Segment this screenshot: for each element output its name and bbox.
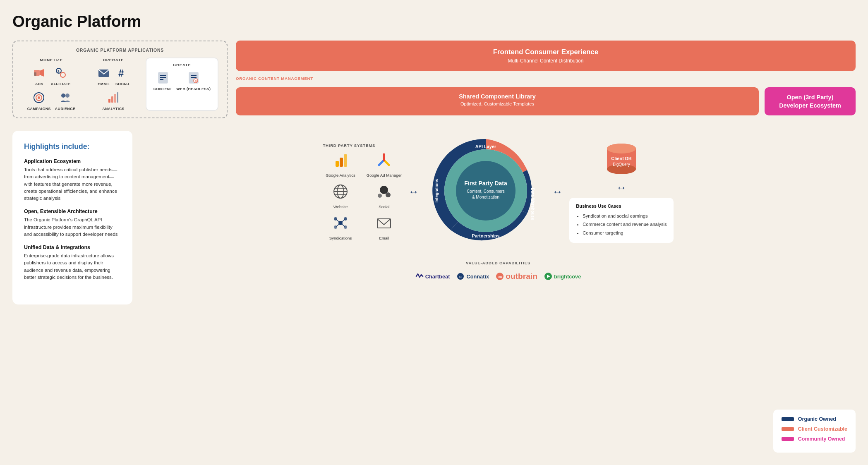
svg-line-48 (336, 223, 340, 227)
content-icon (156, 70, 170, 85)
email-icon (96, 65, 111, 80)
monetize-label: MONETIZE (22, 58, 81, 62)
svg-rect-17 (117, 92, 118, 103)
analytics-label: ANALYTICS (102, 107, 125, 111)
shared-component-box: Shared Component Library Optimized, Cust… (236, 87, 759, 115)
svg-line-30 (379, 160, 384, 165)
svg-marker-1 (40, 69, 44, 77)
highlight-unified-data-title: Unified Data & Integrations (24, 244, 121, 250)
outbrain-logo: OB outbrain (496, 272, 537, 281)
create-group: CREATE CONTENT (146, 58, 218, 111)
svg-text:Partnerships: Partnerships (472, 233, 499, 238)
frontend-box: Frontend Consumer Experience Multi-Chann… (236, 41, 856, 71)
diagram-main-row: THIRD PARTY SYSTEMS Google Analytics (323, 131, 673, 252)
brightcove-logo: brightcove (544, 272, 581, 280)
business-case-item-3: Consumer targeting (583, 229, 667, 237)
shared-row: Shared Component Library Optimized, Cust… (236, 87, 856, 115)
svg-line-5 (60, 72, 61, 73)
shared-component-title: Shared Component Library (244, 93, 751, 100)
developer-ecosystem-text: Open (3rd Party) Developer Ecosystem (773, 93, 847, 110)
frontend-title: Frontend Consumer Experience (246, 48, 846, 56)
google-ad-manager-label: Google Ad Manager (367, 173, 402, 177)
app-groups: MONETIZE ADS (22, 58, 218, 111)
value-added-label: VALUE-ADDED CAPABILITIES (466, 261, 530, 265)
monetize-group: MONETIZE ADS (22, 58, 81, 111)
monetize-icons: ADS $ AFFILIATE (22, 65, 81, 111)
shared-component-subtitle: Optimized, Customizable Templates (244, 101, 751, 106)
svg-text:Integrations: Integrations (434, 179, 439, 203)
svg-rect-15 (111, 96, 113, 103)
developer-ecosystem-box: Open (3rd Party) Developer Ecosystem (765, 87, 856, 115)
value-added-section: VALUE-ADDED CAPABILITIES Chartbeat C Con… (415, 261, 581, 281)
frontend-subtitle: Multi-Channel Content Distribution (246, 58, 846, 64)
right-arrow: ↔ (552, 186, 563, 198)
email-tp-label: Email (379, 236, 389, 240)
highlight-app-ecosystem-title: Application Ecosystem (24, 158, 121, 164)
svg-rect-28 (340, 158, 343, 167)
create-label: CREATE (152, 62, 212, 67)
highlight-app-ecosystem: Application Ecosystem Tools that address… (24, 158, 121, 202)
ads-icon-item: ADS (32, 65, 47, 86)
svg-point-40 (378, 194, 382, 198)
outbrain-text: outbrain (506, 272, 537, 281)
svg-text:#: # (118, 67, 124, 79)
email-tp-icon (376, 215, 392, 234)
website-icon-item: Website (323, 183, 358, 209)
campaigns-icon-item: CAMPAIGNS (27, 90, 51, 111)
email-label: EMAIL (98, 82, 110, 86)
web-icon: ⚙ (186, 70, 201, 85)
audience-icon-item: AUDIENCE (55, 90, 75, 111)
top-section: ORGANIC PLATFORM APPLICATIONS MONETIZE (12, 41, 856, 118)
db-and-cases: Client DB BigQuery ↔ Business Use Cases … (569, 140, 673, 242)
svg-point-64 (607, 144, 636, 153)
svg-text:API Layer: API Layer (475, 144, 496, 149)
create-icons: CONTENT ⚙ WEB (HEADLESS) (152, 70, 212, 91)
ads-label: ADS (35, 82, 43, 86)
svg-rect-29 (344, 154, 347, 167)
highlights-card: Highlights include: Application Ecosyste… (12, 131, 132, 304)
svg-line-49 (340, 223, 345, 227)
third-party-label: THIRD PARTY SYSTEMS (323, 143, 402, 148)
svg-text:⚙: ⚙ (194, 79, 197, 82)
value-added-logos: Chartbeat C Connatix OB outbrain (415, 272, 581, 281)
audience-icon (58, 90, 73, 105)
applications-box: ORGANIC PLATFORM APPLICATIONS MONETIZE (12, 41, 228, 118)
svg-text:Data Warehouse: Data Warehouse (530, 188, 535, 220)
third-party-icons: Google Analytics Google Ad Manager (323, 152, 402, 240)
svg-text:Client DB: Client DB (611, 156, 632, 161)
affiliate-icon-item: $ AFFILIATE (51, 65, 71, 86)
connatix-logo: C Connatix (456, 272, 489, 280)
svg-rect-16 (114, 94, 116, 103)
email-tp-icon-item: Email (367, 215, 402, 240)
affiliate-label: AFFILIATE (51, 82, 71, 86)
operate-label: OPERATE (84, 58, 143, 62)
right-column: Frontend Consumer Experience Multi-Chann… (236, 41, 856, 118)
operate-icons: EMAIL # SOCIAL (84, 65, 143, 111)
ads-icon (32, 65, 47, 80)
affiliate-icon: $ (53, 65, 68, 80)
social-tp-icon (376, 183, 392, 203)
svg-point-10 (61, 93, 65, 98)
svg-point-39 (386, 192, 391, 197)
left-arrow: ↔ (408, 186, 419, 198)
operate-group: OPERATE EMAIL (84, 58, 143, 111)
svg-text:First Party Data: First Party Data (464, 180, 507, 187)
highlights-heading: Highlights include: (24, 142, 121, 151)
google-ad-manager-icon-item: Google Ad Manager (367, 152, 402, 177)
svg-rect-2 (34, 72, 36, 76)
website-icon (332, 183, 349, 203)
analytics-icon-item: ANALYTICS (102, 90, 125, 111)
email-icon-item: EMAIL (96, 65, 111, 86)
web-icon-item: ⚙ WEB (HEADLESS) (176, 70, 211, 91)
ocm-label: ORGANIC CONTENT MANAGEMENT (236, 76, 856, 81)
google-analytics-icon-item: Google Analytics (323, 152, 358, 177)
svg-line-47 (340, 219, 345, 223)
website-label: Website (333, 204, 348, 209)
svg-point-11 (65, 93, 70, 98)
business-cases-title: Business Use Cases (576, 204, 667, 209)
audience-label: AUDIENCE (55, 107, 75, 111)
client-db-cylinder: Client DB BigQuery (605, 140, 638, 177)
campaigns-label: CAMPAIGNS (27, 107, 51, 111)
social-icon-item: # SOCIAL (115, 65, 130, 86)
applications-label: ORGANIC PLATFORM APPLICATIONS (22, 48, 218, 53)
